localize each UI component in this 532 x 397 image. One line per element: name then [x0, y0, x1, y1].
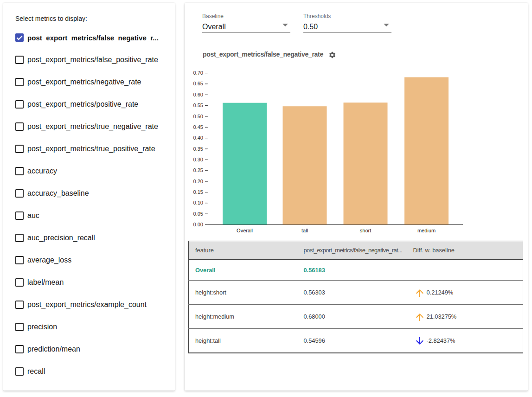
- svg-text:0.30: 0.30: [193, 157, 203, 162]
- svg-text:0.35: 0.35: [193, 146, 203, 152]
- svg-text:0.45: 0.45: [193, 124, 203, 130]
- svg-text:tall: tall: [301, 228, 308, 233]
- svg-text:0.40: 0.40: [193, 135, 203, 141]
- svg-text:0.65: 0.65: [193, 81, 203, 86]
- svg-text:0.15: 0.15: [193, 189, 203, 195]
- svg-text:0.10: 0.10: [193, 200, 203, 205]
- svg-text:short: short: [360, 228, 371, 233]
- svg-text:0.20: 0.20: [193, 179, 203, 184]
- svg-text:0.50: 0.50: [193, 114, 203, 119]
- svg-text:0.60: 0.60: [193, 92, 203, 97]
- svg-text:medium: medium: [417, 228, 436, 233]
- svg-text:0.25: 0.25: [193, 167, 203, 173]
- svg-text:0.05: 0.05: [193, 211, 203, 217]
- svg-text:0.00: 0.00: [193, 222, 203, 227]
- svg-text:0.55: 0.55: [193, 102, 203, 108]
- svg-text:Overall: Overall: [237, 228, 253, 233]
- svg-text:0.70: 0.70: [193, 70, 203, 76]
